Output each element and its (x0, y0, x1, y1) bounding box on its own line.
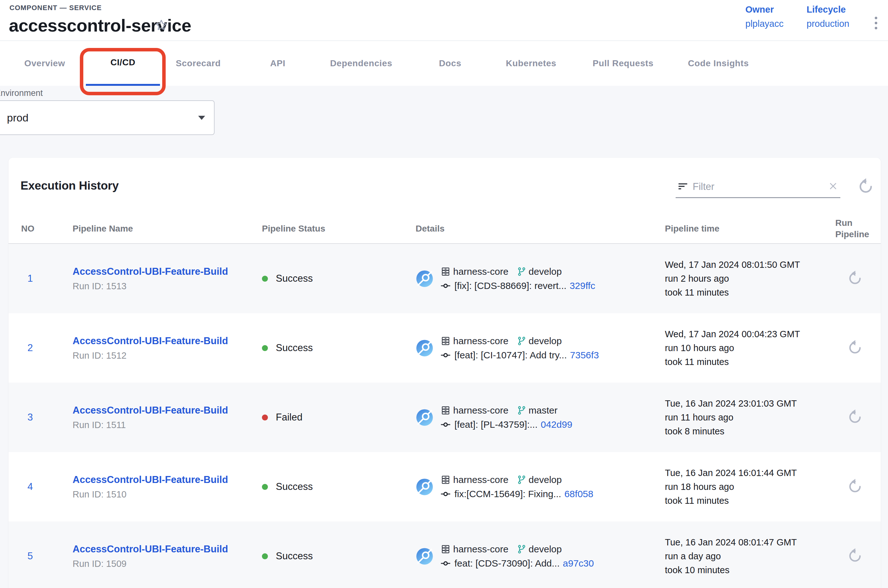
commit-message: [feat]: [PL-43759]:... (454, 419, 538, 430)
commit-hash-link[interactable]: 68f058 (564, 489, 593, 500)
run-id: Run ID: 1512 (72, 351, 262, 361)
table-body: 1 AccessControl-UBI-Feature-Build Run ID… (9, 244, 881, 588)
tab-api[interactable]: API (270, 41, 285, 86)
owner-label: Owner (745, 4, 784, 15)
tab-cicd[interactable]: CI/CD (86, 41, 160, 86)
pipeline-name-link[interactable]: AccessControl-UBI-Feature-Build (72, 543, 262, 555)
table-row: 5 AccessControl-UBI-Feature-Build Run ID… (9, 522, 881, 588)
environment-select[interactable]: prod (0, 100, 215, 135)
git-commit-icon (440, 420, 451, 430)
harness-pipeline-icon (416, 478, 434, 496)
time-relative: run a day ago (665, 549, 829, 563)
table-row: 3 AccessControl-UBI-Feature-Build Run ID… (9, 382, 881, 452)
status-dot (262, 345, 268, 351)
row-number: 2 (9, 313, 72, 382)
commit-hash-link[interactable]: 7356f3 (570, 350, 599, 360)
harness-pipeline-icon (416, 339, 434, 357)
run-pipeline-button[interactable] (846, 547, 864, 565)
run-pipeline-button[interactable] (846, 270, 864, 287)
git-commit-icon (440, 281, 451, 291)
status-dot (262, 276, 268, 282)
time-duration: took 10 minutes (665, 563, 829, 577)
time-relative: run 10 hours ago (665, 341, 829, 355)
tab-bar: Overview CI/CD Scorecard API Dependencie… (0, 41, 888, 86)
col-details: Details (416, 214, 665, 243)
git-branch-icon (517, 267, 527, 277)
table-row: 2 AccessControl-UBI-Feature-Build Run ID… (9, 313, 881, 382)
environment-selected-value: prod (7, 112, 198, 124)
col-run-pipeline: Run Pipeline (829, 214, 881, 243)
git-branch-icon (517, 544, 527, 554)
time-duration: took 8 minutes (665, 424, 829, 438)
more-options-kebab-icon[interactable] (870, 12, 882, 34)
owner-link[interactable]: plplayacc (745, 19, 784, 29)
tab-scorecard[interactable]: Scorecard (176, 41, 221, 86)
pipeline-name-link[interactable]: AccessControl-UBI-Feature-Build (72, 405, 262, 416)
pipeline-name-link[interactable]: AccessControl-UBI-Feature-Build (72, 335, 262, 346)
pipeline-name-link[interactable]: AccessControl-UBI-Feature-Build (72, 266, 262, 277)
row-number: 1 (9, 244, 72, 313)
git-branch-icon (517, 336, 527, 346)
repository-icon (440, 405, 451, 416)
status-text: Success (276, 273, 313, 284)
time-absolute: Tue, 16 Jan 2024 08:01:47 GMT (665, 536, 829, 549)
environment-label: Environment (0, 88, 43, 98)
commit-message: [fix]: [CDS-88669]: revert... (454, 280, 566, 291)
tab-code-insights[interactable]: Code Insights (688, 41, 749, 86)
branch-name: master (529, 405, 557, 416)
run-pipeline-button[interactable] (846, 478, 864, 496)
status-dot (262, 414, 268, 420)
time-absolute: Wed, 17 Jan 2024 08:01:50 GMT (665, 258, 829, 272)
row-number: 3 (9, 382, 72, 452)
table-row: 4 AccessControl-UBI-Feature-Build Run ID… (9, 452, 881, 522)
page-header: COMPONENT — SERVICE accesscontrol-servic… (0, 0, 888, 41)
repo-name: harness-core (453, 266, 508, 277)
commit-message: fix:[CCM-15649]: Fixing... (454, 489, 561, 500)
run-id: Run ID: 1513 (72, 281, 262, 291)
tab-dependencies[interactable]: Dependencies (330, 41, 392, 86)
filter-icon (678, 181, 688, 193)
table-header: NO Pipeline Name Pipeline Status Details… (9, 214, 881, 244)
commit-hash-link[interactable]: a97c30 (563, 558, 594, 569)
branch-name: develop (529, 266, 562, 277)
harness-pipeline-icon (416, 408, 434, 426)
filter-field (676, 176, 840, 198)
time-duration: took 11 minutes (665, 285, 829, 299)
pipeline-time: Tue, 16 Jan 2024 08:01:47 GMT run a day … (665, 522, 829, 588)
lifecycle-label: Lifecycle (807, 4, 849, 15)
favorite-star-icon[interactable] (154, 18, 168, 33)
time-relative: run 2 hours ago (665, 272, 829, 285)
time-relative: run 11 hours ago (665, 410, 829, 424)
owner-meta: Owner plplayacc (745, 4, 784, 29)
run-id: Run ID: 1509 (72, 559, 262, 569)
git-commit-icon (440, 350, 451, 360)
col-pipeline-name: Pipeline Name (72, 214, 262, 243)
pipeline-name-link[interactable]: AccessControl-UBI-Feature-Build (72, 474, 262, 486)
time-absolute: Wed, 17 Jan 2024 00:04:23 GMT (665, 327, 829, 341)
entity-kind-label: COMPONENT — SERVICE (9, 4, 102, 12)
harness-pipeline-icon (416, 547, 434, 565)
refresh-icon[interactable] (856, 177, 875, 196)
chevron-down-icon (198, 116, 205, 120)
commit-hash-link[interactable]: 042d99 (541, 419, 572, 430)
run-pipeline-button[interactable] (846, 408, 864, 426)
tab-overview[interactable]: Overview (24, 41, 65, 86)
run-id: Run ID: 1510 (72, 489, 262, 500)
git-branch-icon (517, 405, 527, 416)
time-duration: took 11 minutes (665, 494, 829, 507)
commit-hash-link[interactable]: 329ffc (569, 280, 595, 291)
clear-filter-icon[interactable] (826, 180, 840, 194)
tab-docs[interactable]: Docs (439, 41, 461, 86)
repository-icon (440, 544, 451, 554)
status-dot (262, 484, 268, 490)
repo-name: harness-core (453, 474, 508, 485)
repository-icon (440, 336, 451, 346)
lifecycle-value: production (807, 19, 849, 29)
branch-name: develop (529, 336, 562, 346)
filter-input[interactable] (693, 181, 826, 192)
run-pipeline-button[interactable] (846, 339, 864, 357)
time-relative: run 18 hours ago (665, 480, 829, 494)
tab-kubernetes[interactable]: Kubernetes (506, 41, 556, 86)
tab-pull-requests[interactable]: Pull Requests (593, 41, 654, 86)
branch-name: develop (529, 474, 562, 485)
